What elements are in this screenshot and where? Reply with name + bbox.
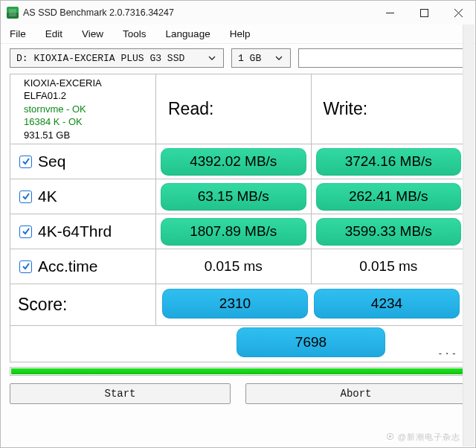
- menu-help[interactable]: Help: [228, 27, 252, 41]
- row-seq: Seq 4392.02 MB/s 3724.16 MB/s: [10, 144, 466, 179]
- minimize-button[interactable]: [373, 1, 407, 25]
- titlebar: AS SSD Benchmark 2.0.7316.34247: [1, 1, 475, 25]
- fourk64-write-value: 3599.33 MB/s: [316, 218, 462, 246]
- score-read-value: 2310: [162, 289, 308, 319]
- drive-select-value: D: KIOXIA-EXCERIA PLUS G3 SSD: [16, 53, 184, 64]
- seq-checkbox[interactable]: Seq: [18, 151, 68, 172]
- drive-firmware: ELFA01.2: [24, 89, 102, 103]
- checkbox-checked-icon: [19, 260, 32, 273]
- checkbox-checked-icon: [19, 191, 32, 203]
- read-header: Read:: [156, 74, 312, 144]
- button-row: Start Abort: [1, 380, 475, 407]
- menu-file[interactable]: File: [8, 27, 28, 41]
- drive-info-cell: KIOXIA-EXCERIA ELFA01.2 stornvme - OK 16…: [10, 74, 156, 144]
- fourk-checkbox[interactable]: 4K: [18, 186, 60, 207]
- fourk64-label: 4K-64Thrd: [38, 223, 112, 240]
- seq-read-value: 4392.02 MB/s: [161, 148, 306, 176]
- acctime-read-value: 0.015 ms: [205, 258, 263, 275]
- maximize-icon: [420, 9, 428, 17]
- menu-language[interactable]: Language: [164, 27, 212, 41]
- close-button[interactable]: [441, 1, 475, 25]
- drive-capacity: 931.51 GB: [24, 129, 102, 142]
- start-button[interactable]: Start: [10, 383, 231, 404]
- chevron-down-icon: [272, 49, 286, 67]
- fourk64-checkbox[interactable]: 4K-64Thrd: [18, 221, 115, 242]
- maximize-button[interactable]: [407, 1, 441, 25]
- checkbox-checked-icon: [19, 156, 32, 168]
- align-status: 16384 K - OK: [24, 115, 102, 129]
- score-label: Score:: [10, 284, 156, 325]
- row-4k64: 4K-64Thrd 1807.89 MB/s 3599.33 MB/s: [10, 214, 466, 249]
- drive-select[interactable]: D: KIOXIA-EXCERIA PLUS G3 SSD: [10, 48, 224, 68]
- acctime-write-value: 0.015 ms: [359, 258, 417, 275]
- row-total: 7698 -·-: [10, 326, 466, 362]
- svg-rect-0: [420, 9, 428, 16]
- results-panel: KIOXIA-EXCERIA ELFA01.2 stornvme - OK 16…: [10, 74, 466, 362]
- size-select-value: 1 GB: [238, 53, 261, 64]
- extra-input[interactable]: [298, 48, 466, 68]
- close-icon: [454, 9, 463, 17]
- header-row: KIOXIA-EXCERIA ELFA01.2 stornvme - OK 16…: [10, 74, 466, 144]
- menu-edit[interactable]: Edit: [44, 27, 64, 41]
- watermark: ⦿ @新潮电子杂志: [386, 432, 460, 443]
- menubar: File Edit View Tools Language Help: [1, 25, 475, 44]
- fourk-read-value: 63.15 MB/s: [161, 183, 306, 211]
- drive-row: D: KIOXIA-EXCERIA PLUS G3 SSD 1 GB: [1, 44, 475, 74]
- fourk-label: 4K: [38, 188, 57, 205]
- score-total-value: 7698: [237, 327, 385, 357]
- chevron-down-icon: [205, 49, 219, 67]
- row-score: Score: 2310 4234: [10, 284, 466, 326]
- driver-status: stornvme - OK: [24, 103, 102, 116]
- row-acctime: Acc.time 0.015 ms 0.015 ms: [10, 249, 466, 284]
- score-write-value: 4234: [314, 289, 460, 319]
- fourk64-read-value: 1807.89 MB/s: [161, 218, 306, 246]
- app-window: AS SSD Benchmark 2.0.7316.34247 File Edi…: [0, 0, 476, 448]
- row-4k: 4K 63.15 MB/s 262.41 MB/s: [10, 179, 466, 214]
- vertical-scrollbar[interactable]: [463, 25, 475, 447]
- write-header: Write:: [312, 74, 466, 144]
- seq-write-value: 3724.16 MB/s: [316, 148, 462, 176]
- app-icon: [7, 7, 19, 19]
- minimize-icon: [386, 9, 394, 17]
- ellipsis-indicator: -·-: [437, 348, 458, 359]
- seq-label: Seq: [38, 153, 65, 170]
- checkbox-checked-icon: [19, 225, 32, 238]
- drive-model: KIOXIA-EXCERIA: [24, 77, 102, 90]
- menu-tools[interactable]: Tools: [121, 27, 148, 41]
- size-select[interactable]: 1 GB: [231, 48, 291, 68]
- progress-fill: [11, 368, 465, 374]
- window-title: AS SSD Benchmark 2.0.7316.34247: [23, 7, 174, 18]
- acctime-label: Acc.time: [38, 257, 98, 275]
- menu-view[interactable]: View: [80, 27, 105, 41]
- progress-bar: [10, 367, 466, 376]
- abort-button[interactable]: Abort: [245, 383, 466, 404]
- fourk-write-value: 262.41 MB/s: [316, 183, 462, 211]
- acctime-checkbox[interactable]: Acc.time: [18, 256, 101, 277]
